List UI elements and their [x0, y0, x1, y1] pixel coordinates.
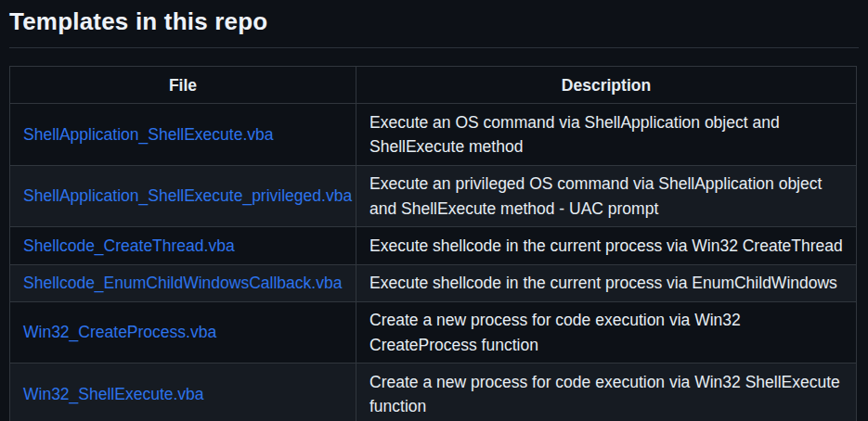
table-header-row: File Description [10, 67, 857, 104]
file-link[interactable]: Shellcode_CreateThread.vba [23, 236, 235, 255]
description-cell: Execute shellcode in the current process… [356, 264, 857, 301]
templates-table: File Description ShellApplication_ShellE… [9, 66, 857, 421]
description-cell: Create a new process for code execution … [356, 301, 857, 364]
file-link[interactable]: Win32_CreateProcess.vba [23, 323, 216, 341]
file-cell: Win32_ShellExecute.vba [10, 364, 356, 421]
description-cell: Execute an OS command via ShellApplicati… [356, 104, 857, 166]
table-header-description: Description [356, 67, 857, 104]
readme-content: Templates in this repo File Description … [0, 0, 868, 421]
page-title: Templates in this repo [9, 4, 859, 48]
table-row: ShellApplication_ShellExecute.vba Execut… [10, 104, 857, 166]
description-cell: Create a new process for code execution … [356, 364, 857, 421]
file-link[interactable]: ShellApplication_ShellExecute.vba [23, 125, 273, 144]
table-row: ShellApplication_ShellExecute_privileged… [10, 165, 857, 227]
file-cell: ShellApplication_ShellExecute.vba [10, 104, 356, 166]
file-link[interactable]: ShellApplication_ShellExecute_privileged… [23, 186, 352, 205]
table-row: Win32_CreateProcess.vba Create a new pro… [10, 301, 857, 364]
file-cell: Win32_CreateProcess.vba [10, 301, 356, 364]
file-link[interactable]: Win32_ShellExecute.vba [23, 385, 204, 403]
file-cell: Shellcode_CreateThread.vba [10, 227, 356, 264]
file-cell: Shellcode_EnumChildWindowsCallback.vba [10, 264, 356, 301]
table-header-file: File [10, 67, 356, 104]
file-link[interactable]: Shellcode_EnumChildWindowsCallback.vba [23, 274, 342, 292]
description-cell: Execute an privileged OS command via She… [356, 165, 857, 227]
file-cell: ShellApplication_ShellExecute_privileged… [10, 165, 356, 227]
table-row: Win32_ShellExecute.vba Create a new proc… [10, 364, 857, 421]
table-row: Shellcode_CreateThread.vba Execute shell… [10, 227, 857, 264]
description-cell: Execute shellcode in the current process… [356, 227, 857, 264]
table-row: Shellcode_EnumChildWindowsCallback.vba E… [10, 264, 857, 301]
